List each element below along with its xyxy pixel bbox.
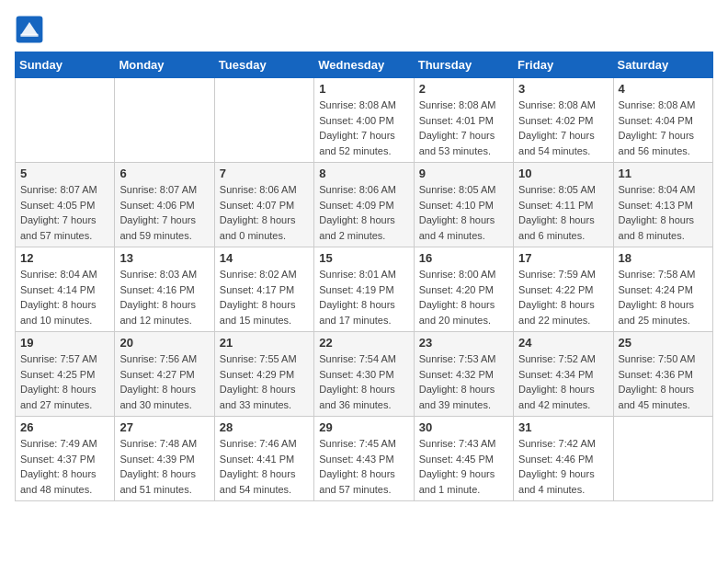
day-number: 21: [220, 336, 309, 350]
day-info: Sunrise: 8:06 AM Sunset: 4:09 PM Dayligh…: [319, 182, 408, 243]
day-info: Sunrise: 8:03 AM Sunset: 4:16 PM Dayligh…: [119, 267, 209, 327]
day-number: 16: [419, 251, 508, 265]
day-number: 24: [518, 336, 608, 350]
day-number: 20: [119, 336, 209, 350]
calendar-table: SundayMondayTuesdayWednesdayThursdayFrid…: [15, 52, 713, 501]
day-info: Sunrise: 8:04 AM Sunset: 4:13 PM Dayligh…: [619, 182, 708, 243]
calendar-cell: [16, 78, 115, 163]
day-number: 19: [20, 336, 109, 350]
calendar-cell: 2Sunrise: 8:08 AM Sunset: 4:01 PM Daylig…: [414, 78, 513, 163]
calendar-cell: 29Sunrise: 7:45 AM Sunset: 4:43 PM Dayli…: [314, 417, 414, 501]
calendar-cell: 25Sunrise: 7:50 AM Sunset: 4:36 PM Dayli…: [613, 332, 712, 417]
calendar-cell: 18Sunrise: 7:58 AM Sunset: 4:24 PM Dayli…: [613, 247, 712, 332]
calendar-cell: [613, 417, 712, 501]
day-number: 9: [419, 167, 508, 180]
day-number: 23: [419, 336, 508, 350]
logo: [15, 15, 48, 44]
day-number: 15: [319, 251, 408, 265]
svg-rect-2: [20, 34, 38, 37]
day-number: 28: [220, 420, 309, 434]
day-info: Sunrise: 7:55 AM Sunset: 4:29 PM Dayligh…: [220, 351, 309, 412]
weekday-header-tuesday: Tuesday: [214, 52, 313, 78]
calendar-cell: 6Sunrise: 8:07 AM Sunset: 4:06 PM Daylig…: [115, 163, 214, 247]
calendar-cell: 7Sunrise: 8:06 AM Sunset: 4:07 PM Daylig…: [214, 163, 313, 247]
day-info: Sunrise: 8:00 AM Sunset: 4:20 PM Dayligh…: [419, 267, 508, 327]
calendar-cell: 31Sunrise: 7:42 AM Sunset: 4:46 PM Dayli…: [514, 417, 613, 501]
day-info: Sunrise: 7:50 AM Sunset: 4:36 PM Dayligh…: [619, 351, 708, 412]
day-info: Sunrise: 8:01 AM Sunset: 4:19 PM Dayligh…: [319, 267, 408, 327]
day-number: 31: [518, 420, 608, 434]
day-info: Sunrise: 8:08 AM Sunset: 4:01 PM Dayligh…: [419, 98, 508, 158]
day-number: 29: [319, 420, 408, 434]
calendar-cell: 10Sunrise: 8:05 AM Sunset: 4:11 PM Dayli…: [514, 163, 613, 247]
day-number: 22: [319, 336, 408, 350]
calendar-cell: 30Sunrise: 7:43 AM Sunset: 4:45 PM Dayli…: [414, 417, 513, 501]
day-number: 17: [518, 251, 608, 265]
calendar-cell: 23Sunrise: 7:53 AM Sunset: 4:32 PM Dayli…: [414, 332, 513, 417]
day-number: 6: [119, 167, 209, 180]
day-info: Sunrise: 8:08 AM Sunset: 4:00 PM Dayligh…: [319, 98, 408, 158]
day-number: 11: [619, 167, 708, 180]
day-info: Sunrise: 7:49 AM Sunset: 4:37 PM Dayligh…: [20, 436, 109, 497]
calendar-cell: 8Sunrise: 8:06 AM Sunset: 4:09 PM Daylig…: [314, 163, 414, 247]
day-number: 8: [319, 167, 408, 180]
day-info: Sunrise: 8:02 AM Sunset: 4:17 PM Dayligh…: [220, 267, 309, 327]
day-number: 13: [119, 251, 209, 265]
calendar-cell: 28Sunrise: 7:46 AM Sunset: 4:41 PM Dayli…: [214, 417, 313, 501]
day-number: 30: [419, 420, 508, 434]
day-info: Sunrise: 7:56 AM Sunset: 4:27 PM Dayligh…: [119, 351, 209, 412]
day-number: 2: [419, 82, 508, 96]
calendar-cell: 12Sunrise: 8:04 AM Sunset: 4:14 PM Dayli…: [16, 247, 115, 332]
day-number: 7: [220, 167, 309, 180]
calendar-cell: 1Sunrise: 8:08 AM Sunset: 4:00 PM Daylig…: [314, 78, 414, 163]
day-info: Sunrise: 8:08 AM Sunset: 4:04 PM Dayligh…: [619, 98, 708, 158]
day-info: Sunrise: 7:46 AM Sunset: 4:41 PM Dayligh…: [220, 436, 309, 497]
calendar-cell: 14Sunrise: 8:02 AM Sunset: 4:17 PM Dayli…: [214, 247, 313, 332]
day-info: Sunrise: 8:07 AM Sunset: 4:06 PM Dayligh…: [119, 182, 209, 243]
day-info: Sunrise: 8:08 AM Sunset: 4:02 PM Dayligh…: [518, 98, 608, 158]
calendar-cell: 27Sunrise: 7:48 AM Sunset: 4:39 PM Dayli…: [115, 417, 214, 501]
day-info: Sunrise: 8:06 AM Sunset: 4:07 PM Dayligh…: [220, 182, 309, 243]
day-info: Sunrise: 8:05 AM Sunset: 4:10 PM Dayligh…: [419, 182, 508, 243]
calendar-cell: 15Sunrise: 8:01 AM Sunset: 4:19 PM Dayli…: [314, 247, 414, 332]
calendar-cell: 3Sunrise: 8:08 AM Sunset: 4:02 PM Daylig…: [514, 78, 613, 163]
day-number: 1: [319, 82, 408, 96]
weekday-header-monday: Monday: [115, 52, 214, 78]
calendar-cell: 4Sunrise: 8:08 AM Sunset: 4:04 PM Daylig…: [613, 78, 712, 163]
calendar-cell: 24Sunrise: 7:52 AM Sunset: 4:34 PM Dayli…: [514, 332, 613, 417]
day-info: Sunrise: 7:58 AM Sunset: 4:24 PM Dayligh…: [619, 267, 708, 327]
weekday-header-wednesday: Wednesday: [314, 52, 414, 78]
day-number: 18: [619, 251, 708, 265]
weekday-header-friday: Friday: [514, 52, 613, 78]
calendar-cell: [214, 78, 313, 163]
calendar-cell: 22Sunrise: 7:54 AM Sunset: 4:30 PM Dayli…: [314, 332, 414, 417]
calendar-cell: 20Sunrise: 7:56 AM Sunset: 4:27 PM Dayli…: [115, 332, 214, 417]
day-number: 5: [20, 167, 109, 180]
day-number: 14: [220, 251, 309, 265]
calendar-cell: 13Sunrise: 8:03 AM Sunset: 4:16 PM Dayli…: [115, 247, 214, 332]
day-info: Sunrise: 7:48 AM Sunset: 4:39 PM Dayligh…: [119, 436, 209, 497]
day-number: 12: [20, 251, 109, 265]
day-info: Sunrise: 7:42 AM Sunset: 4:46 PM Dayligh…: [518, 436, 608, 497]
day-info: Sunrise: 7:57 AM Sunset: 4:25 PM Dayligh…: [20, 351, 109, 412]
calendar-cell: 16Sunrise: 8:00 AM Sunset: 4:20 PM Dayli…: [414, 247, 513, 332]
calendar-cell: 17Sunrise: 7:59 AM Sunset: 4:22 PM Dayli…: [514, 247, 613, 332]
day-number: 4: [619, 82, 708, 96]
day-info: Sunrise: 8:07 AM Sunset: 4:05 PM Dayligh…: [20, 182, 109, 243]
calendar-cell: 26Sunrise: 7:49 AM Sunset: 4:37 PM Dayli…: [16, 417, 115, 501]
calendar-cell: 19Sunrise: 7:57 AM Sunset: 4:25 PM Dayli…: [16, 332, 115, 417]
day-info: Sunrise: 7:43 AM Sunset: 4:45 PM Dayligh…: [419, 436, 508, 497]
weekday-header-saturday: Saturday: [613, 52, 712, 78]
calendar-cell: 9Sunrise: 8:05 AM Sunset: 4:10 PM Daylig…: [414, 163, 513, 247]
day-number: 26: [20, 420, 109, 434]
calendar-cell: [115, 78, 214, 163]
day-number: 3: [518, 82, 608, 96]
weekday-header-thursday: Thursday: [414, 52, 513, 78]
calendar-cell: 11Sunrise: 8:04 AM Sunset: 4:13 PM Dayli…: [613, 163, 712, 247]
weekday-header-sunday: Sunday: [16, 52, 115, 78]
day-info: Sunrise: 7:59 AM Sunset: 4:22 PM Dayligh…: [518, 267, 608, 327]
day-info: Sunrise: 7:52 AM Sunset: 4:34 PM Dayligh…: [518, 351, 608, 412]
day-number: 10: [518, 167, 608, 180]
day-info: Sunrise: 7:54 AM Sunset: 4:30 PM Dayligh…: [319, 351, 408, 412]
day-number: 25: [619, 336, 708, 350]
